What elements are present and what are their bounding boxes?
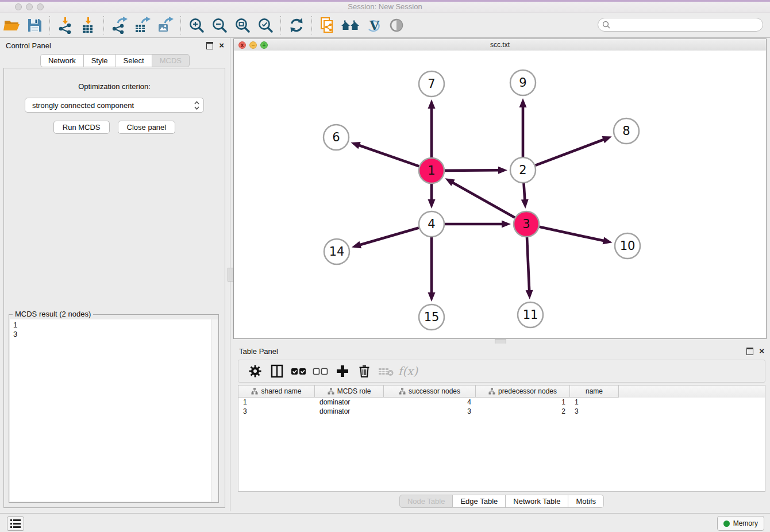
table-cell[interactable]: dominator [315, 407, 384, 416]
column-header-shared-name[interactable]: shared name [238, 385, 315, 398]
home-network-button[interactable] [339, 15, 362, 36]
graph-node-6[interactable]: 6 [324, 125, 349, 150]
graph-node-2[interactable]: 2 [510, 157, 536, 183]
horizontal-splitter[interactable] [233, 339, 770, 344]
tab-network[interactable]: Network [40, 54, 84, 67]
deselect-all-columns-button[interactable] [310, 361, 332, 381]
table-row[interactable]: 1dominator411 [238, 398, 765, 407]
graph-edge-4-15[interactable] [428, 237, 436, 302]
table-cell[interactable]: 1 [476, 398, 570, 407]
network-window-titlebar[interactable]: x – + scc.txt [234, 39, 766, 51]
zoom-in-button[interactable] [185, 15, 208, 36]
column-header-predecessor-nodes[interactable]: predecessor nodes [476, 385, 570, 398]
graph-edge-2-8[interactable] [536, 136, 612, 165]
table-cell[interactable]: 3 [384, 407, 476, 416]
open-session-button[interactable] [0, 15, 23, 36]
mcds-result-list[interactable]: 13 [10, 319, 211, 502]
graph-edge-2-9[interactable] [519, 98, 527, 157]
vizmapper-button[interactable]: V [362, 15, 385, 36]
graph-edge-2-3[interactable] [521, 183, 529, 209]
zoom-out-button[interactable] [208, 15, 231, 36]
table-settings-button[interactable] [244, 361, 266, 381]
two-columns-icon [270, 364, 284, 379]
refresh-button[interactable] [285, 15, 308, 36]
task-history-button[interactable] [7, 516, 24, 531]
run-mcds-button[interactable]: Run MCDS [53, 121, 110, 134]
save-floppy-icon [26, 17, 43, 34]
graph-node-11[interactable]: 11 [518, 302, 543, 327]
optimization-criterion-select[interactable]: strongly connected component [25, 98, 204, 113]
graph-edge-3-11[interactable] [526, 237, 533, 299]
delete-columns-button[interactable] [353, 361, 375, 381]
graph-node-8[interactable]: 8 [614, 118, 639, 144]
import-table-button[interactable] [77, 15, 100, 36]
function-builder-button[interactable]: f(x) [397, 361, 419, 381]
close-panel-button[interactable]: Close panel [118, 121, 176, 134]
create-column-button[interactable] [332, 361, 353, 381]
column-header-MCDS-role[interactable]: MCDS role [315, 385, 384, 398]
zoom-fit-button[interactable] [231, 15, 254, 36]
zoom-selected-icon [257, 17, 274, 34]
search-input[interactable] [598, 18, 763, 32]
main-toolbar: V [0, 13, 770, 38]
export-network-button[interactable] [108, 15, 131, 36]
graph-node-1[interactable]: 1 [419, 158, 444, 183]
tab-node-table[interactable]: Node Table [399, 495, 453, 508]
table-cell[interactable]: dominator [315, 398, 384, 407]
graph-node-15[interactable]: 15 [419, 304, 444, 330]
delete-table-button[interactable] [375, 361, 397, 381]
graph-edge-1-4[interactable] [428, 184, 436, 209]
table-cell[interactable]: 4 [384, 398, 476, 407]
select-all-columns-button[interactable] [288, 361, 310, 381]
column-header-successor-nodes[interactable]: successor nodes [384, 385, 476, 398]
graph-edge-1-7[interactable] [428, 99, 436, 157]
export-table-button[interactable] [131, 15, 154, 36]
network-canvas[interactable]: 1234678910111415 [234, 51, 766, 338]
tab-select[interactable]: Select [116, 54, 152, 67]
toolbar-separator [180, 16, 182, 34]
graph-node-10[interactable]: 10 [615, 233, 640, 259]
graph-edge-3-1[interactable] [445, 178, 515, 217]
tab-edge-table[interactable]: Edge Table [453, 495, 506, 508]
tab-network-table[interactable]: Network Table [506, 495, 568, 508]
export-image-button[interactable] [154, 15, 177, 36]
table-cell[interactable]: 3 [238, 407, 315, 416]
result-scrollbar[interactable] [211, 319, 218, 502]
graph-node-7[interactable]: 7 [419, 71, 444, 97]
memory-button[interactable]: Memory [717, 516, 764, 531]
table-row[interactable]: 3dominator323 [238, 407, 765, 416]
save-session-button[interactable] [23, 15, 46, 36]
import-network-button[interactable] [54, 15, 77, 36]
svg-text:3: 3 [522, 217, 530, 231]
tab-style[interactable]: Style [84, 54, 116, 67]
graph-edge-1-2[interactable] [445, 167, 507, 174]
export-table-icon [134, 17, 151, 34]
refresh-icon [288, 17, 305, 34]
float-panel-icon[interactable] [746, 348, 753, 355]
table-cell[interactable]: 1 [238, 398, 315, 407]
graph-node-3[interactable]: 3 [514, 211, 539, 237]
close-panel-icon[interactable]: × [219, 43, 224, 48]
eye-icon [388, 17, 405, 34]
table-cell[interactable]: 3 [570, 407, 619, 416]
tab-motifs[interactable]: Motifs [568, 495, 604, 508]
svg-text:1: 1 [428, 164, 435, 178]
show-column-panel-button[interactable] [266, 361, 288, 381]
graph-node-14[interactable]: 14 [324, 239, 349, 264]
network-from-file-button[interactable] [316, 15, 339, 36]
graph-node-4[interactable]: 4 [419, 211, 444, 237]
zoom-selected-button[interactable] [254, 15, 277, 36]
graph-edge-4-3[interactable] [445, 221, 511, 228]
close-panel-icon[interactable]: × [759, 348, 764, 354]
graph-node-9[interactable]: 9 [510, 70, 536, 95]
table-cell[interactable]: 1 [570, 398, 619, 407]
graph-edge-1-6[interactable] [351, 142, 419, 166]
tab-mcds[interactable]: MCDS [152, 54, 190, 67]
hide-preview-button[interactable] [385, 15, 408, 36]
float-panel-icon[interactable] [206, 42, 213, 49]
table-cell[interactable]: 2 [476, 407, 570, 416]
table-toolbar: f(x) [238, 360, 765, 383]
graph-edge-4-14[interactable] [352, 228, 419, 248]
column-header-name[interactable]: name [570, 385, 619, 398]
graph-edge-3-10[interactable] [539, 227, 612, 244]
